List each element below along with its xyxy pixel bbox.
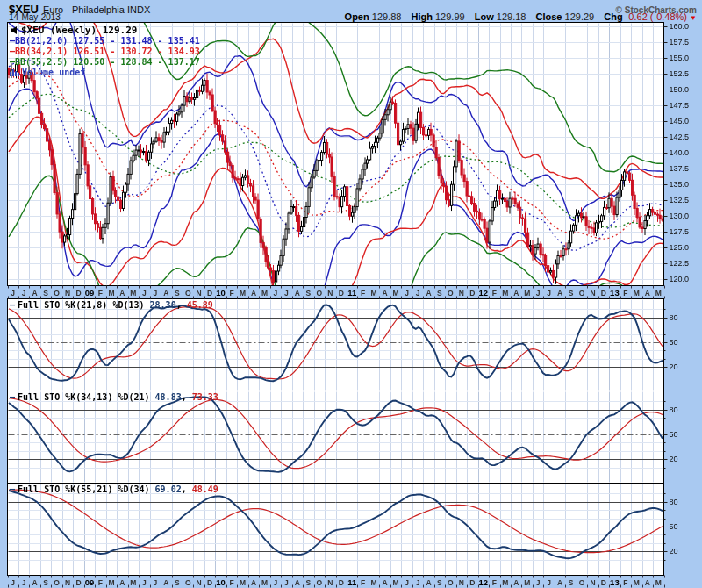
stoch1-k-value: 28.30 xyxy=(150,300,176,310)
open-value: 129.88 xyxy=(372,11,402,22)
header-row-2: 14-May-2013 Open 129.88 High 129.99 Low … xyxy=(9,11,697,22)
stockcharts-chart: $XEUEuro - Philadelphia INDX © StockChar… xyxy=(0,0,702,588)
stoch2-label: Full STO %K(34,13) %D(21) xyxy=(18,392,150,402)
bb21-legend: —BB(21,2.0) 127.55 - 131.48 - 135.41 xyxy=(10,36,200,46)
stoch2-legend: —Full STO %K(34,13) %D(21) 48.83, 73.33 xyxy=(10,392,218,402)
stoch1-label: Full STO %K(21,8) %D(13) xyxy=(18,300,145,310)
volume-legend-text: Volume undef xyxy=(22,68,85,77)
low-label: Low xyxy=(475,11,494,22)
volume-bars-icon xyxy=(10,68,19,78)
main-legend-text: $XEU (Weekly) 129.29 xyxy=(21,25,137,36)
stoch1-d-value: 45.89 xyxy=(187,300,213,310)
volume-legend: Volume undef xyxy=(10,68,85,78)
close-label: Close xyxy=(536,11,562,22)
bb55-legend: —BB(55,2.5) 120.50 - 128.84 - 137.17 xyxy=(10,57,200,67)
quote-bar: Open 129.88 High 129.99 Low 129.18 Close… xyxy=(338,11,697,22)
stoch2-d-value: 73.33 xyxy=(192,392,218,402)
change-down-triangle-icon: ▼ xyxy=(690,14,697,22)
stoch3-d-value: 48.49 xyxy=(192,484,218,494)
stoch3-legend: —Full STO %K(55,21) %D(34) 69.02, 48.49 xyxy=(10,484,218,494)
line-sample-icon: — xyxy=(10,300,15,310)
chg-value: -0.62 (-0.48%) xyxy=(626,11,687,22)
high-label: High xyxy=(411,11,432,22)
bb34-legend: —BB(34,2.1) 126.51 - 130.72 - 134.93 xyxy=(10,47,200,56)
stoch3-label: Full STO %K(55,21) %D(34) xyxy=(18,484,150,494)
line-sample-icon: — xyxy=(10,392,15,402)
close-value: 129.29 xyxy=(565,11,595,22)
chart-date: 14-May-2013 xyxy=(9,12,61,22)
line-sample-icon: — xyxy=(10,484,15,494)
low-value: 129.18 xyxy=(497,11,526,22)
stoch1-legend: —Full STO %K(21,8) %D(13) 28.30, 45.89 xyxy=(10,300,213,310)
open-label: Open xyxy=(345,11,369,22)
high-value: 129.99 xyxy=(435,11,465,22)
stoch2-k-value: 48.83 xyxy=(155,392,182,402)
main-chart-legend-title: $XEU (Weekly) 129.29 xyxy=(10,25,137,37)
chg-label: Chg xyxy=(604,11,622,22)
stoch3-k-value: 69.02 xyxy=(155,484,182,494)
